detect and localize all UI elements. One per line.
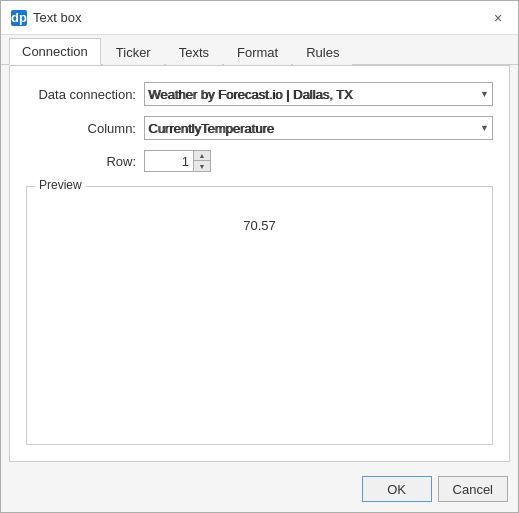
preview-group: Preview 70.57 xyxy=(26,186,493,445)
data-connection-row: Data connection: Weather by Forecast.io … xyxy=(26,82,493,106)
row-spinner: ▲ ▼ xyxy=(144,150,211,172)
data-connection-select[interactable]: Weather by Forecast.io | Dallas, TX xyxy=(144,82,493,106)
row-row: Row: ▲ ▼ xyxy=(26,150,493,172)
close-button[interactable]: × xyxy=(488,8,508,28)
title-bar: dp Text box × xyxy=(1,1,518,35)
column-select[interactable]: CurrentlyTemperature xyxy=(144,116,493,140)
ok-button[interactable]: OK xyxy=(362,476,432,502)
spinner-up-button[interactable]: ▲ xyxy=(194,151,210,161)
preview-legend: Preview xyxy=(35,178,86,192)
data-connection-select-wrapper: Weather by Forecast.io | Dallas, TX Weat… xyxy=(144,82,493,106)
cancel-button[interactable]: Cancel xyxy=(438,476,508,502)
spinner-down-button[interactable]: ▼ xyxy=(194,161,210,171)
footer: OK Cancel xyxy=(1,470,518,512)
tabs-bar: Connection Ticker Texts Format Rules xyxy=(1,35,518,65)
preview-content: 70.57 xyxy=(35,195,484,255)
tab-connection[interactable]: Connection xyxy=(9,38,101,65)
title-bar-left: dp Text box xyxy=(11,10,81,26)
column-select-wrapper: CurrentlyTemperature CurrentlyTemperatur… xyxy=(144,116,493,140)
preview-value: 70.57 xyxy=(243,218,276,233)
row-input[interactable] xyxy=(144,150,194,172)
data-connection-label: Data connection: xyxy=(26,87,136,102)
tab-format[interactable]: Format xyxy=(224,39,291,65)
dialog-title: Text box xyxy=(33,10,81,25)
column-label: Column: xyxy=(26,121,136,136)
dialog: dp Text box × Connection Ticker Texts Fo… xyxy=(0,0,519,513)
spinner-buttons: ▲ ▼ xyxy=(194,150,211,172)
content-area: Data connection: Weather by Forecast.io … xyxy=(9,65,510,462)
tab-ticker[interactable]: Ticker xyxy=(103,39,164,65)
row-label: Row: xyxy=(26,154,136,169)
column-row: Column: CurrentlyTemperature CurrentlyTe… xyxy=(26,116,493,140)
app-icon: dp xyxy=(11,10,27,26)
tab-texts[interactable]: Texts xyxy=(166,39,222,65)
tab-rules[interactable]: Rules xyxy=(293,39,352,65)
